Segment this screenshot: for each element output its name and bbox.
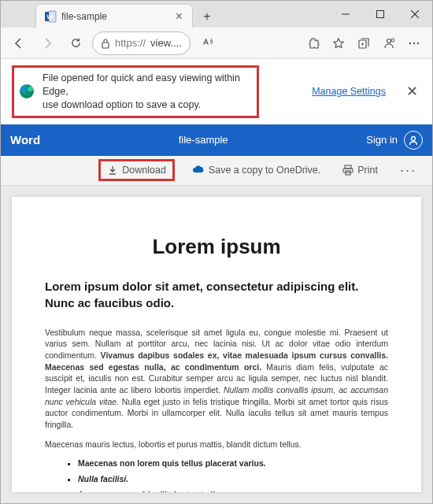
svg-point-11 xyxy=(409,42,411,43)
svg-point-15 xyxy=(412,136,416,140)
more-options-button[interactable]: ··· xyxy=(395,159,421,182)
info-message: File opened for quick and easy viewing w… xyxy=(43,72,247,112)
download-button[interactable]: Download xyxy=(98,159,175,181)
collections-icon[interactable] xyxy=(352,32,376,55)
back-button[interactable] xyxy=(7,32,31,55)
url-prefix: https:// xyxy=(115,37,146,49)
favorites-icon[interactable] xyxy=(327,32,350,55)
svg-point-13 xyxy=(417,42,419,43)
download-icon xyxy=(107,165,118,176)
forward-button[interactable] xyxy=(35,32,59,55)
browser-nav-bar: https://view.... xyxy=(1,28,432,59)
window-controls xyxy=(328,1,432,28)
svg-point-12 xyxy=(413,42,415,43)
refresh-button[interactable] xyxy=(64,32,87,55)
document-page: Lorem ipsum Lorem ipsum dolor sit amet, … xyxy=(12,197,421,492)
word-favicon: W xyxy=(44,10,57,23)
edge-logo-icon xyxy=(19,83,35,99)
extensions-icon[interactable] xyxy=(302,32,325,55)
browser-titlebar: W file-sample × + xyxy=(1,1,432,28)
user-icon xyxy=(404,131,423,150)
save-onedrive-button[interactable]: Save a copy to OneDrive. xyxy=(187,161,325,179)
document-bullet-list: Maecenas non lorem quis tellus placerat … xyxy=(45,458,388,493)
document-toolbar: Download Save a copy to OneDrive. Print … xyxy=(1,156,432,186)
svg-point-9 xyxy=(387,39,391,43)
svg-point-10 xyxy=(391,39,394,42)
info-close-button[interactable]: ✕ xyxy=(403,83,421,100)
document-title: Lorem ipsum xyxy=(45,235,388,259)
word-filename: file-sample xyxy=(40,134,366,146)
document-viewport[interactable]: Lorem ipsum Lorem ipsum dolor sit amet, … xyxy=(1,186,432,503)
svg-rect-16 xyxy=(345,165,351,169)
word-header: Word file-sample Sign in xyxy=(1,124,432,156)
list-item: Aenean congue fringilla justo ut aliquam… xyxy=(78,490,388,493)
signin-button[interactable]: Sign in xyxy=(366,131,423,150)
address-bar[interactable]: https://view.... xyxy=(92,32,191,55)
print-icon xyxy=(342,165,353,176)
svg-text:W: W xyxy=(47,13,54,20)
list-item: Maecenas non lorem quis tellus placerat … xyxy=(78,458,388,468)
tab-close-button[interactable]: × xyxy=(174,9,184,24)
maximize-button[interactable] xyxy=(363,1,398,28)
lock-icon xyxy=(101,38,110,49)
print-button[interactable]: Print xyxy=(338,161,383,179)
tab-title: file-sample xyxy=(61,11,107,22)
svg-rect-4 xyxy=(377,11,384,18)
manage-settings-link[interactable]: Manage Settings xyxy=(312,86,386,97)
url-text: view.... xyxy=(150,37,182,49)
document-subtitle: Lorem ipsum dolor sit amet, consectetur … xyxy=(45,278,388,311)
word-brand: Word xyxy=(10,133,40,146)
read-aloud-icon[interactable] xyxy=(195,32,219,55)
document-paragraph: Vestibulum neque massa, scelerisque sit … xyxy=(45,327,388,431)
new-tab-button[interactable]: + xyxy=(196,6,218,28)
document-paragraph: Maecenas mauris lectus, lobortis et puru… xyxy=(45,439,388,450)
svg-rect-7 xyxy=(102,43,109,48)
window-close-button[interactable] xyxy=(398,1,432,28)
info-bar: File opened for quick and easy viewing w… xyxy=(1,59,432,124)
list-item: Nulla facilisi. xyxy=(78,474,388,484)
menu-button[interactable] xyxy=(402,32,426,55)
profile-icon[interactable] xyxy=(377,32,401,55)
minimize-button[interactable] xyxy=(328,1,363,28)
onedrive-icon xyxy=(192,165,205,175)
browser-tab[interactable]: W file-sample × xyxy=(35,4,193,28)
